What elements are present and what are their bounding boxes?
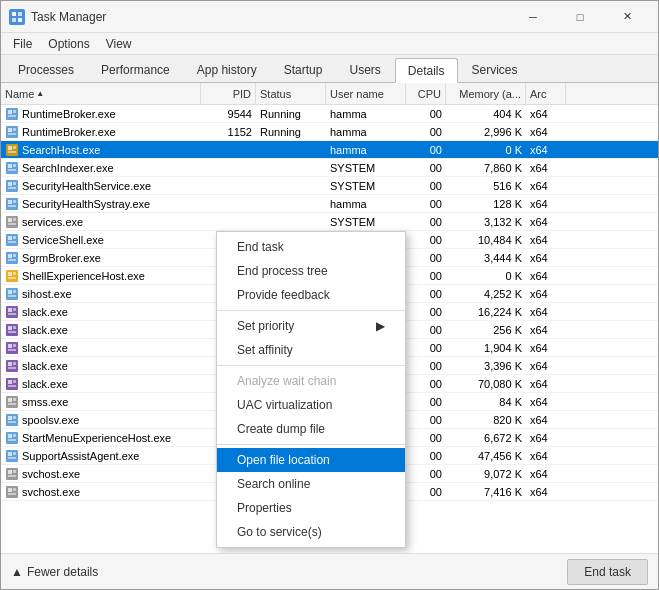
- svg-rect-9: [8, 128, 12, 132]
- tab-app-history[interactable]: App history: [184, 58, 270, 82]
- menu-options[interactable]: Options: [40, 33, 97, 55]
- col-header-name[interactable]: Name▲: [1, 83, 201, 104]
- fewer-details-button[interactable]: ▲ Fewer details: [11, 565, 98, 579]
- context-menu-item[interactable]: UAC virtualization: [217, 393, 405, 417]
- tab-processes[interactable]: Processes: [5, 58, 87, 82]
- maximize-button[interactable]: □: [557, 1, 603, 33]
- cell-arc: x64: [526, 393, 566, 410]
- col-header-pid[interactable]: PID: [201, 83, 256, 104]
- svg-rect-78: [13, 434, 16, 437]
- svg-rect-74: [13, 416, 16, 419]
- cell-name: SecurityHealthService.exe: [1, 177, 201, 194]
- svg-rect-42: [13, 272, 16, 275]
- cell-arc: x64: [526, 249, 566, 266]
- process-name: RuntimeBroker.exe: [22, 126, 116, 138]
- main-content: Name▲ PID Status User name CPU Memory (a…: [1, 83, 658, 553]
- minimize-button[interactable]: ─: [510, 1, 556, 33]
- cell-memory: 9,072 K: [446, 465, 526, 482]
- process-name: RuntimeBroker.exe: [22, 108, 116, 120]
- context-menu-item[interactable]: Set priority▶: [217, 314, 405, 338]
- table-row[interactable]: SecurityHealthSystray.exe hamma 00 128 K…: [1, 195, 658, 213]
- process-icon: [5, 341, 19, 355]
- cell-cpu: 00: [406, 159, 446, 176]
- table-row[interactable]: RuntimeBroker.exe 1152 Running hamma 00 …: [1, 123, 658, 141]
- col-header-user[interactable]: User name: [326, 83, 406, 104]
- table-row[interactable]: RuntimeBroker.exe 9544 Running hamma 00 …: [1, 105, 658, 123]
- cell-user: hamma: [326, 105, 406, 122]
- svg-rect-49: [8, 308, 12, 312]
- table-row[interactable]: SearchIndexer.exe SYSTEM 00 7,860 K x64: [1, 159, 658, 177]
- process-icon: [5, 143, 19, 157]
- svg-rect-34: [13, 236, 16, 239]
- col-header-status[interactable]: Status: [256, 83, 326, 104]
- svg-rect-5: [8, 110, 12, 114]
- context-menu-item[interactable]: End task: [217, 235, 405, 259]
- table-row[interactable]: SecurityHealthService.exe SYSTEM 00 516 …: [1, 177, 658, 195]
- cell-memory: 10,484 K: [446, 231, 526, 248]
- context-menu-separator: [217, 310, 405, 311]
- process-name: StartMenuExperienceHost.exe: [22, 432, 171, 444]
- menu-file[interactable]: File: [5, 33, 40, 55]
- col-header-arc[interactable]: Arc: [526, 83, 566, 104]
- tab-details[interactable]: Details: [395, 58, 458, 83]
- tab-services[interactable]: Services: [459, 58, 531, 82]
- cell-arc: x64: [526, 447, 566, 464]
- svg-rect-33: [8, 236, 12, 240]
- process-name: slack.exe: [22, 306, 68, 318]
- cell-name: SecurityHealthSystray.exe: [1, 195, 201, 212]
- cell-memory: 0 K: [446, 141, 526, 158]
- context-menu-item[interactable]: Properties: [217, 496, 405, 520]
- context-menu-item[interactable]: Open file location: [217, 448, 405, 472]
- process-name: SearchIndexer.exe: [22, 162, 114, 174]
- cell-arc: x64: [526, 339, 566, 356]
- tab-startup[interactable]: Startup: [271, 58, 336, 82]
- cell-cpu: 00: [406, 483, 446, 500]
- tab-bar: Processes Performance App history Startu…: [1, 55, 658, 83]
- tab-performance[interactable]: Performance: [88, 58, 183, 82]
- cell-cpu: 00: [406, 429, 446, 446]
- process-icon: [5, 305, 19, 319]
- svg-rect-23: [8, 187, 16, 189]
- cell-status: [256, 159, 326, 176]
- end-task-button[interactable]: End task: [567, 559, 648, 585]
- cell-cpu: 00: [406, 411, 446, 428]
- svg-rect-47: [8, 295, 16, 297]
- bottom-bar: ▲ Fewer details End task: [1, 553, 658, 589]
- cell-cpu: 00: [406, 465, 446, 482]
- tab-users[interactable]: Users: [336, 58, 393, 82]
- cell-name: RuntimeBroker.exe: [1, 123, 201, 140]
- context-menu-item[interactable]: Go to service(s): [217, 520, 405, 544]
- svg-rect-85: [8, 470, 12, 474]
- cell-arc: x64: [526, 357, 566, 374]
- col-header-memory[interactable]: Memory (a...: [446, 83, 526, 104]
- svg-rect-43: [8, 277, 16, 279]
- table-row[interactable]: SearchHost.exe hamma 00 0 K x64: [1, 141, 658, 159]
- cell-name: slack.exe: [1, 375, 201, 392]
- col-header-cpu[interactable]: CPU: [406, 83, 446, 104]
- process-name: svchost.exe: [22, 468, 80, 480]
- cell-cpu: 00: [406, 357, 446, 374]
- context-menu: End taskEnd process treeProvide feedback…: [216, 231, 406, 548]
- task-manager-window: Task Manager ─ □ ✕ File Options View Pro…: [0, 0, 659, 590]
- process-name: SgrmBroker.exe: [22, 252, 101, 264]
- svg-rect-89: [8, 488, 12, 492]
- process-icon: [5, 431, 19, 445]
- menu-view[interactable]: View: [98, 33, 140, 55]
- cell-user: hamma: [326, 141, 406, 158]
- table-row[interactable]: services.exe SYSTEM 00 3,132 K x64: [1, 213, 658, 231]
- svg-rect-58: [13, 344, 16, 347]
- context-menu-item[interactable]: Search online: [217, 472, 405, 496]
- process-name: SecurityHealthSystray.exe: [22, 198, 150, 210]
- context-menu-item[interactable]: End process tree: [217, 259, 405, 283]
- svg-rect-0: [12, 12, 16, 16]
- close-button[interactable]: ✕: [604, 1, 650, 33]
- context-menu-item[interactable]: Create dump file: [217, 417, 405, 441]
- svg-rect-71: [8, 403, 16, 405]
- context-menu-item[interactable]: Set affinity: [217, 338, 405, 362]
- svg-rect-66: [13, 380, 16, 383]
- cell-cpu: 00: [406, 267, 446, 284]
- cell-pid: [201, 159, 256, 176]
- svg-rect-41: [8, 272, 12, 276]
- cell-memory: 2,996 K: [446, 123, 526, 140]
- context-menu-item[interactable]: Provide feedback: [217, 283, 405, 307]
